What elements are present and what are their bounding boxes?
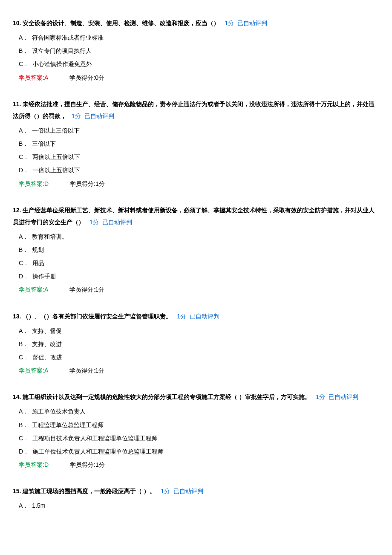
question-stem: 12. 生产经营单位采用新工艺、新技术、新材料或者使用新设备，必须了解、掌握其安… [13, 204, 379, 228]
score-value: 1分 [95, 286, 104, 293]
option-label: C． [19, 153, 29, 160]
answer-label-text: 学员答案: [19, 180, 44, 187]
option-item[interactable]: D．操作手册 [19, 271, 379, 282]
answer-row: 学员答案:A学员得分:0分 [19, 72, 379, 83]
option-text: 一倍以上五倍以下 [32, 167, 80, 173]
option-label: B． [19, 341, 29, 347]
option-text: 工程监理单位总监理工程师 [32, 422, 104, 428]
question-number: 12. [13, 207, 21, 214]
option-item[interactable]: A．符合国家标准或者行业标准 [19, 32, 379, 43]
auto-judge-label: 已自动评判 [190, 313, 219, 320]
score-value: 1分 [95, 367, 104, 374]
student-answer-value: D [44, 461, 49, 468]
score-label: 学员得分: [70, 180, 95, 187]
options-list: A．施工单位技术负责人B．工程监理单位总监理工程师C．工程项目技术负责人和工程监… [19, 406, 379, 457]
option-label: A． [19, 34, 29, 41]
score-label: 学员得分: [69, 367, 95, 374]
option-label: D． [19, 448, 29, 455]
question-number: 11. [13, 101, 21, 107]
question-text: 安全设备的设计、制造、安装、使用、检测、维修、改造和报废，应当（） [23, 20, 219, 26]
option-label: C． [19, 435, 29, 442]
option-text: 1.5m [32, 502, 45, 509]
question-number: 15. [13, 488, 21, 494]
answer-row: 学员答案:A学员得分:1分 [19, 284, 379, 295]
question-block: 11. 未经依法批准，擅自生产、经营、储存危险物品的，责令停止违法行为或者予以关… [13, 98, 379, 189]
points-label: 1分 [89, 219, 99, 225]
option-item[interactable]: B．支持、改进 [19, 339, 379, 350]
score-text: 学员得分:1分 [69, 367, 104, 374]
student-answer-label: 学员答案:A [19, 367, 48, 374]
options-list: A．教育和培训。B．规划C．用品D．操作手册 [19, 231, 379, 282]
question-number: 10. [13, 20, 21, 26]
auto-judge-label: 已自动评判 [329, 393, 358, 400]
option-item[interactable]: B．规划 [19, 245, 379, 255]
option-text: 督促、改进 [32, 354, 62, 361]
options-list: A．符合国家标准或者行业标准B．设立专门的项目执行人C．小心谨慎操作避免意外 [19, 32, 379, 70]
option-text: 小心谨慎操作避免意外 [32, 61, 92, 67]
option-text: 两倍以上五倍以下 [32, 153, 80, 160]
option-item[interactable]: C．工程项目技术负责人和工程监理单位监理工程师 [19, 433, 379, 444]
option-item[interactable]: A．教育和培训。 [19, 231, 379, 242]
option-text: 支持、改进 [32, 341, 62, 347]
option-text: 操作手册 [32, 273, 56, 280]
question-text: 生产经营单位采用新工艺、新技术、新材料或者使用新设备，必须了解、掌握其安全技术特… [13, 207, 375, 225]
question-text: （）、（）各有关部门依法履行安全生产监督管理职责。 [23, 313, 172, 320]
options-list: A．1.5m [19, 500, 379, 511]
option-text: 符合国家标准或者行业标准 [32, 34, 104, 41]
question-text: 建筑施工现场的围挡高度，一般路段应高于（ ）。 [23, 488, 156, 494]
options-list: A．支持、督促B．支持、改进C．督促、改进 [19, 326, 379, 363]
option-item[interactable]: D．施工单位技术负责人和工程监理单位总监理工程师 [19, 446, 379, 457]
option-item[interactable]: D．一倍以上五倍以下 [19, 165, 379, 176]
answer-row: 学员答案:D学员得分:1分 [19, 460, 379, 470]
option-label: D． [19, 273, 29, 280]
score-text: 学员得分:0分 [69, 74, 104, 81]
question-number: 14. [13, 393, 21, 400]
student-answer-value: A [44, 286, 48, 293]
question-stem: 14. 施工组织设计以及达到一定规模的危险性较大的分部分项工程的专项施工方案经（… [13, 391, 379, 403]
question-block: 12. 生产经营单位采用新工艺、新技术、新材料或者使用新设备，必须了解、掌握其安… [13, 204, 379, 295]
answer-label-text: 学员答案: [19, 286, 44, 293]
student-answer-label: 学员答案:A [19, 286, 48, 293]
question-text: 施工组织设计以及达到一定规模的危险性较大的分部分项工程的专项施工方案经（ ）审批… [23, 393, 311, 400]
question-block: 10. 安全设备的设计、制造、安装、使用、检测、维修、改造和报废，应当（）1分已… [13, 17, 379, 83]
points-label: 1分 [225, 20, 234, 26]
answer-row: 学员答案:A学员得分:1分 [19, 365, 379, 376]
option-text: 施工单位技术负责人 [32, 408, 86, 415]
score-value: 1分 [95, 180, 105, 187]
option-item[interactable]: A．一倍以上三倍以下 [19, 125, 379, 136]
option-item[interactable]: C．用品 [19, 258, 379, 269]
option-text: 工程项目技术负责人和工程监理单位监理工程师 [32, 435, 158, 442]
answer-label-text: 学员答案: [19, 74, 44, 81]
option-item[interactable]: C．督促、改进 [19, 352, 379, 363]
option-text: 三倍以下 [32, 140, 56, 147]
question-text: 未经依法批准，擅自生产、经营、储存危险物品的，责令停止违法行为或者予以关闭，没收… [13, 101, 375, 119]
score-value: 1分 [95, 461, 105, 468]
option-label: B． [19, 47, 29, 54]
option-item[interactable]: A．支持、督促 [19, 326, 379, 336]
option-label: B． [19, 422, 29, 428]
score-label: 学员得分: [70, 461, 95, 468]
option-item[interactable]: B．设立专门的项目执行人 [19, 46, 379, 56]
option-label: C． [19, 354, 29, 361]
question-number: 13. [13, 313, 21, 320]
option-item[interactable]: C．小心谨慎操作避免意外 [19, 59, 379, 69]
question-block: 14. 施工组织设计以及达到一定规模的危险性较大的分部分项工程的专项施工方案经（… [13, 391, 379, 470]
option-item[interactable]: B．工程监理单位总监理工程师 [19, 420, 379, 431]
option-text: 设立专门的项目执行人 [32, 47, 92, 54]
option-text: 用品 [32, 260, 44, 266]
option-text: 支持、督促 [32, 327, 62, 334]
question-stem: 13. （）、（）各有关部门依法履行安全生产监督管理职责。1分已自动评判 [13, 310, 379, 322]
option-item[interactable]: A．1.5m [19, 500, 379, 511]
option-item[interactable]: C．两倍以上五倍以下 [19, 152, 379, 162]
option-label: B． [19, 246, 29, 253]
option-text: 规划 [32, 246, 44, 253]
auto-judge-label: 已自动评判 [102, 219, 132, 225]
option-item[interactable]: A．施工单位技术负责人 [19, 406, 379, 417]
student-answer-label: 学员答案:A [19, 74, 48, 81]
option-item[interactable]: B．三倍以下 [19, 139, 379, 149]
option-label: A． [19, 502, 29, 509]
auto-judge-label: 已自动评判 [84, 113, 114, 119]
option-label: C． [19, 61, 29, 67]
student-answer-value: A [44, 74, 48, 81]
score-text: 学员得分:1分 [69, 286, 104, 293]
